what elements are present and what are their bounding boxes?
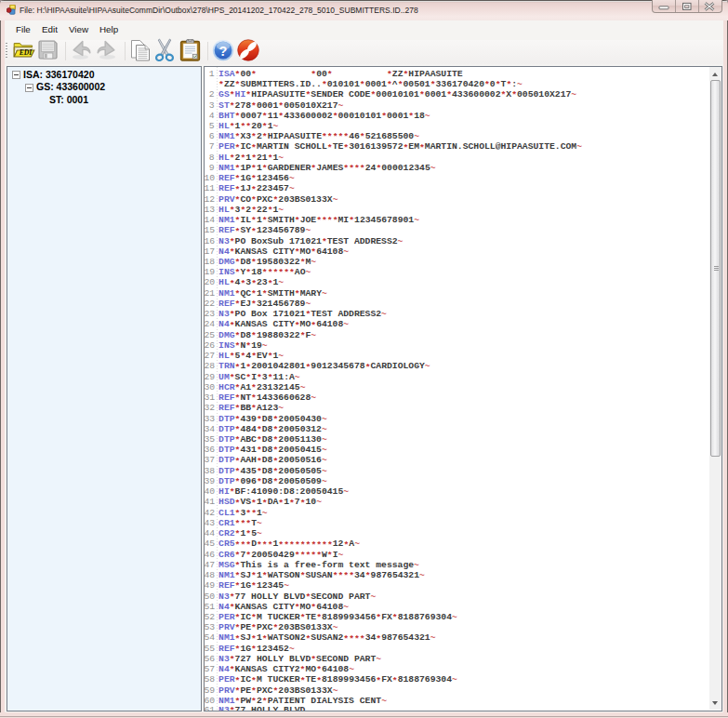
svg-text:?: ? bbox=[219, 44, 228, 59]
svg-text:EDI: EDI bbox=[19, 48, 33, 57]
